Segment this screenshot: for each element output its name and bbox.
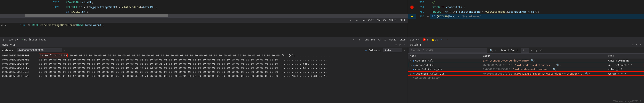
panel-title: Watch 1: [410, 43, 632, 46]
dropdown-icon[interactable]: ▾: [64, 49, 66, 52]
expander-icon[interactable]: ▷: [409, 68, 412, 71]
pin-icon[interactable]: ⇱: [636, 43, 638, 46]
col-type[interactable]: Type: [607, 55, 644, 57]
expander-icon[interactable]: ▷: [410, 72, 412, 75]
object-icon: ◈: [413, 59, 414, 62]
memory-address: 0x00000590D2F8FB6: [0, 58, 39, 62]
memory-row[interactable]: 0x00000590D2F8FB600 00 00 00 00 00 00 00…: [0, 58, 408, 62]
options-icon[interactable]: ⛭: [540, 49, 543, 52]
window-icon[interactable]: ▭: [632, 43, 634, 46]
visualizer-icon[interactable]: 🔍: [585, 72, 588, 75]
close-icon[interactable]: ✕: [403, 43, 406, 46]
code-line[interactable]: BOOL CheckSettingsDataError(HWND hWndPar…: [31, 23, 104, 27]
visualizer-icon[interactable]: 🔍: [556, 64, 560, 67]
right-editor-statusbar: 110 %▾ ✕0 20 ← →: [408, 37, 644, 42]
dropdown-icon[interactable]: ▾: [495, 49, 496, 51]
visualizer-icon[interactable]: 🔍: [553, 68, 556, 71]
code-line[interactable]: //: [430, 0, 435, 5]
code-line[interactable]: HRESULT hr = (*m_ppSettingsSink)->GetAtt…: [64, 5, 158, 9]
nav-back-icon[interactable]: ←: [441, 38, 443, 41]
memory-address: 0x00000590D2F8F98: [0, 54, 39, 58]
col-value[interactable]: Value: [482, 55, 607, 57]
warning-icon[interactable]: [432, 38, 434, 41]
nav-prev-icon[interactable]: ◀: [349, 19, 352, 22]
expander-icon[interactable]: ▷: [410, 64, 412, 67]
dropdown-icon[interactable]: ▾: [404, 49, 406, 52]
line-number: 750: [416, 0, 426, 5]
visualizer-icon[interactable]: 🔍: [531, 59, 534, 62]
memory-address: 0x00000590D2F8FD4: [0, 62, 39, 66]
dropdown-icon[interactable]: ▾: [556, 68, 558, 70]
code-line[interactable]: HRESULT hr = (*m_ppSettingsSink)->GetAtt…: [430, 9, 539, 14]
left-code-editor: 7425 CComBSTR bstrXML; 7426 HRESULT hr =…: [0, 0, 408, 37]
close-icon[interactable]: ✕: [640, 43, 642, 46]
watch-row[interactable]: ▷◈ &ccomBstrXml.m_str0x000000590d2f8f980…: [408, 71, 644, 76]
add-watch-item[interactable]: Add item to watch: [408, 76, 644, 80]
zoom-level[interactable]: 110 %: [8, 38, 16, 41]
dropdown-icon[interactable]: ▾: [418, 38, 420, 41]
code-line[interactable]: CComBSTR bstrXML;: [64, 0, 93, 5]
window-icon[interactable]: ▭: [395, 43, 398, 46]
watch-value: 0x000000590d2f8f980x00002133bf38028 L"<A…: [482, 72, 607, 75]
watch-row[interactable]: ▷◈ &ccomBstrXml0x000000590d2f8f98L"<Atte…: [408, 63, 644, 67]
pin-icon[interactable]: ⇱: [399, 43, 402, 46]
depth-label: Search Depth:: [500, 49, 520, 52]
watch-name: ccomBstrXml.m_str: [415, 68, 442, 71]
watch-type: wchar_t *: [607, 68, 644, 71]
horizontal-scrollbar[interactable]: [0, 14, 408, 17]
dropdown-icon[interactable]: ▾: [589, 73, 590, 75]
dropdown-icon[interactable]: ▾: [16, 38, 18, 41]
right-code-editor: 750 // 751 CComBSTR ccomBstrXml; 752 HRE…: [408, 0, 644, 37]
refresh-icon[interactable]: ↻: [365, 49, 367, 52]
memory-row[interactable]: 0x00000590D2F8FF200 00 00 00 00 00 00 00…: [0, 66, 408, 70]
nav-next-icon[interactable]: ▶: [358, 38, 361, 41]
error-icon[interactable]: ✕: [423, 38, 426, 41]
col-name[interactable]: Name: [408, 55, 482, 57]
watch-row[interactable]: ▷◈ ccomBstrXmlL"<Attendees><Attendee><SM…: [408, 58, 644, 63]
warning-count: 20: [435, 38, 438, 41]
memory-address: 0x00000590D2F8FF2: [0, 66, 39, 70]
editor-statusbar-2: ▲ 110 %▾ ✓No issues found ◀ ▶ Ln: 106 Ch…: [0, 37, 408, 42]
code-line[interactable]: if (FAILED(hr))≤ 18ms elapsed: [430, 14, 480, 19]
memory-row[interactable]: 0x00000590D2F8FD400 00 00 00 00 00 00 00…: [0, 62, 408, 66]
expander-icon[interactable]: ▷: [409, 59, 412, 62]
line-number: 106: [8, 23, 27, 27]
watch-row[interactable]: ▷◈ ccomBstrXml.m_str0x00002133bf38028L"<…: [408, 67, 644, 72]
zoom-level[interactable]: 110 %: [410, 38, 417, 41]
breakpoint-icon[interactable]: [410, 5, 414, 9]
memory-ascii: ............................: [278, 70, 327, 74]
dropdown-icon[interactable]: ▾: [534, 59, 536, 62]
check-icon: ✓: [22, 38, 23, 41]
depth-input[interactable]: [521, 48, 529, 53]
memory-ascii: ............÷&÷.............: [278, 66, 327, 70]
nav-prev-icon[interactable]: ◀: [352, 38, 355, 41]
memory-row[interactable]: 0x00000590D2F8F9828 80 f3 3b 13 02 00 00…: [0, 54, 408, 58]
nav-forward-icon[interactable]: →: [446, 38, 449, 41]
nav-next-icon[interactable]: ▶: [356, 19, 358, 22]
watch-name: &ccomBstrXml.m_str: [416, 72, 444, 75]
watch-search-input[interactable]: [410, 48, 488, 53]
nav-up-icon[interactable]: ▲: [2, 38, 5, 41]
filter-icon[interactable]: ⫿⫿: [534, 49, 538, 52]
dropdown-icon[interactable]: ▾: [530, 49, 532, 52]
memory-row[interactable]: 0x00000590D2F901000 00 00 00 00 00 00 00…: [0, 70, 408, 74]
watch-type: ATL::CComBSTR: [607, 59, 644, 62]
memory-hex: 28 80 f3 3b 13 02 00 00 00 00 00 00 00 0…: [39, 54, 284, 58]
columns-input[interactable]: [384, 48, 402, 52]
memory-address: 0x00000590D2F902E: [0, 74, 39, 78]
memory-hex: 00 00 00 00 00 00 00 00 00 00 00 00 00 0…: [39, 70, 278, 74]
status-line: Ln: 7397: [362, 19, 374, 22]
nav-prev-icon[interactable]: ◀: [0, 23, 3, 27]
memory-row[interactable]: 0x00000590D2F902E00 00 00 00 00 00 f8 f7…: [0, 74, 408, 78]
memory-hex: 00 00 00 00 00 00 f8 f7 00 00 00 00 00 0…: [39, 74, 278, 78]
address-input[interactable]: [17, 48, 62, 52]
columns-label: Columns:: [369, 49, 382, 52]
code-line[interactable]: CComBSTR ccomBstrXml;: [430, 5, 465, 9]
code-line[interactable]: if(FAILED(hr)): [64, 9, 88, 14]
memory-ascii: ......ø×.{........0?×{....d.: [278, 74, 327, 78]
nav-next-icon[interactable]: ▶: [4, 23, 8, 27]
fold-icon[interactable]: ⊟: [27, 23, 31, 27]
fold-icon[interactable]: ⊟: [426, 14, 430, 19]
search-icon[interactable]: 🔍: [490, 49, 493, 52]
dropdown-icon[interactable]: ▾: [560, 64, 561, 66]
